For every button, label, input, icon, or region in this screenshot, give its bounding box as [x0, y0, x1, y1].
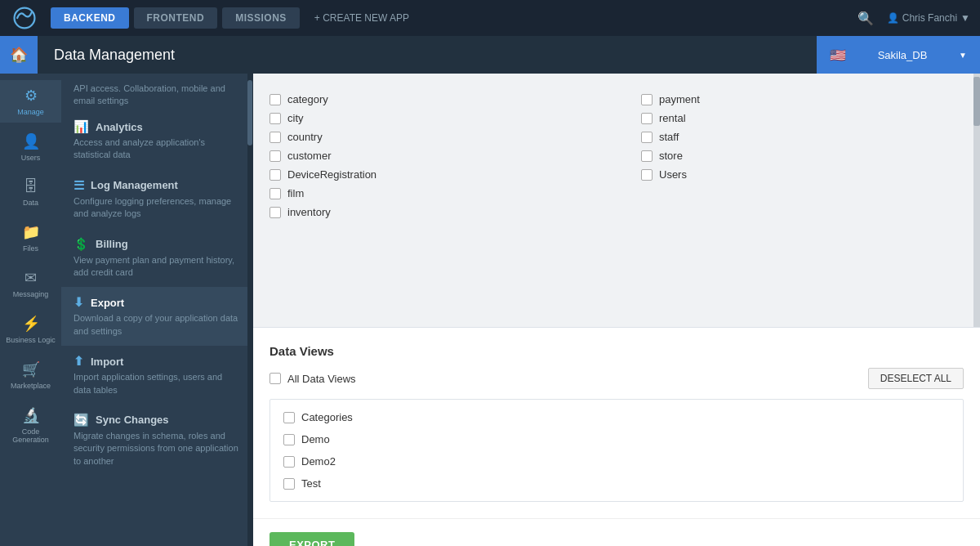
data-views-title: Data Views [270, 344, 964, 358]
nav-scrollbar-track[interactable] [247, 74, 252, 546]
table-checkbox-category[interactable] [270, 94, 281, 105]
table-checkbox-payment[interactable] [641, 94, 653, 105]
deselect-all-button[interactable]: DESELECT ALL [868, 368, 964, 389]
frontend-nav-button[interactable]: FRONTEND [134, 7, 218, 29]
dv-checkbox-demo2[interactable] [283, 456, 295, 468]
tables-section: category city country customer [253, 74, 980, 327]
table-checkbox-country[interactable] [270, 132, 281, 143]
sidebar-item-manage[interactable]: ⚙ Manage [0, 80, 61, 123]
table-row: film [270, 184, 592, 203]
sidebar-item-data[interactable]: 🗄 Data [0, 172, 61, 213]
db-flag-icon: 🇺🇸 [830, 47, 846, 63]
table-checkbox-rental[interactable] [641, 113, 653, 124]
table-checkbox-deviceregistration[interactable] [270, 169, 281, 181]
sync-changes-title: Sync Changes [96, 414, 169, 426]
table-row: payment [641, 90, 964, 109]
data-icon: 🗄 [24, 178, 38, 195]
export-footer: EXPORT [253, 518, 980, 546]
table-label-deviceregistration: DeviceRegistration [287, 168, 376, 181]
nav-section-import[interactable]: ⬆ Import Import application settings, us… [61, 346, 252, 405]
sidebar-label-users: Users [21, 154, 41, 162]
table-label-payment: payment [659, 93, 700, 105]
nav-section-export[interactable]: ⬇ Export Download a copy of your applica… [61, 287, 252, 346]
export-title: Export [91, 297, 124, 309]
business-logic-icon: ⚡ [22, 315, 40, 333]
list-item: Demo [283, 428, 950, 450]
db-selector[interactable]: 🇺🇸 Sakila_DB ▼ [817, 36, 980, 74]
table-row: staff [641, 128, 964, 146]
analytics-title: Analytics [96, 121, 143, 133]
all-data-views-checkbox[interactable] [270, 373, 281, 384]
sidebar-item-messaging[interactable]: ✉ Messaging [0, 262, 61, 305]
dv-label-demo2: Demo2 [301, 455, 336, 468]
table-label-category: category [287, 93, 328, 105]
missions-nav-button[interactable]: MISSIONS [222, 7, 300, 29]
data-views-section: Data Views All Data Views DESELECT ALL C… [253, 327, 980, 518]
table-checkbox-inventory[interactable] [270, 207, 281, 218]
tables-left-column: category city country customer [270, 90, 592, 222]
list-item: Demo2 [283, 450, 950, 472]
backend-nav-button[interactable]: BACKEND [51, 7, 129, 29]
nav-section-sync-changes[interactable]: 🔄 Sync Changes Migrate changes in schema… [61, 405, 252, 476]
sync-changes-icon: 🔄 [74, 413, 89, 427]
user-icon: 👤 [887, 12, 899, 24]
sidebar-item-users[interactable]: 👤 Users [0, 126, 61, 168]
export-icon: ⬇ [74, 295, 84, 310]
create-new-app-button[interactable]: + CREATE NEW APP [305, 7, 419, 29]
search-icon[interactable]: 🔍 [858, 11, 874, 26]
log-management-title: Log Management [91, 179, 178, 191]
dv-checkbox-categories[interactable] [283, 412, 295, 423]
table-row: rental [641, 109, 964, 128]
nav-section-billing[interactable]: 💲 Billing View payment plan and payment … [61, 229, 252, 288]
all-data-views-text: All Data Views [287, 373, 356, 385]
sidebar-item-code-generation[interactable]: 🔬 Code Generation [0, 400, 61, 450]
sidebar-label-manage: Manage [17, 108, 44, 116]
dv-checkbox-demo[interactable] [283, 434, 295, 445]
import-title: Import [91, 356, 123, 368]
nav-section-analytics[interactable]: 📊 Analytics Access and analyze applicati… [61, 111, 252, 170]
table-row: inventory [270, 203, 592, 222]
sidebar-item-business-logic[interactable]: ⚡ Business Logic [0, 308, 61, 351]
users-icon: 👤 [22, 132, 40, 150]
table-checkbox-users[interactable] [641, 169, 653, 181]
tables-right-column: payment rental staff store [641, 90, 964, 222]
table-checkbox-film[interactable] [270, 188, 281, 199]
sidebar-label-data: Data [23, 199, 38, 207]
nav-section-log-management[interactable]: ☰ Log Management Configure logging prefe… [61, 170, 252, 229]
sidebar-item-marketplace[interactable]: 🛒 Marketplace [0, 354, 61, 396]
data-views-header: All Data Views DESELECT ALL [270, 368, 964, 389]
sidebar-label-files: Files [23, 244, 38, 253]
content-scrollbar-track[interactable] [973, 74, 980, 327]
tables-grid: category city country customer [270, 90, 964, 222]
dv-label-test: Test [301, 477, 321, 490]
list-item: Categories [283, 406, 950, 428]
home-button[interactable]: 🏠 [0, 36, 38, 74]
content-area: category city country customer [253, 74, 980, 546]
user-caret-icon: ▼ [960, 12, 970, 24]
table-row: DeviceRegistration [270, 165, 592, 184]
db-caret-icon: ▼ [959, 51, 967, 60]
table-label-rental: rental [659, 112, 686, 124]
export-button[interactable]: EXPORT [270, 532, 354, 546]
data-views-list: Categories Demo Demo2 Test [270, 399, 964, 502]
content-scrollbar-thumb [973, 77, 980, 126]
table-checkbox-city[interactable] [270, 113, 281, 124]
table-label-store: store [659, 150, 683, 162]
table-checkbox-customer[interactable] [270, 150, 281, 162]
dv-label-demo: Demo [301, 433, 330, 445]
table-row: country [270, 128, 592, 146]
dv-checkbox-test[interactable] [283, 478, 295, 490]
table-checkbox-staff[interactable] [641, 132, 653, 143]
billing-desc: View payment plan and payment history, a… [74, 254, 240, 280]
table-checkbox-store[interactable] [641, 150, 653, 162]
top-nav: BACKEND FRONTEND MISSIONS + CREATE NEW A… [0, 0, 980, 36]
sidebar-item-files[interactable]: 📁 Files [0, 217, 61, 259]
user-menu[interactable]: 👤 Chris Fanchi ▼ [887, 12, 970, 24]
export-desc: Download a copy of your application data… [74, 312, 240, 338]
messaging-icon: ✉ [24, 269, 37, 287]
table-label-staff: staff [659, 131, 679, 143]
sidebar: ⚙ Manage 👤 Users 🗄 Data 📁 Files ✉ Messag… [0, 74, 61, 546]
import-icon: ⬆ [74, 354, 84, 369]
nav-scrollbar-thumb [247, 80, 252, 145]
page-title: Data Management [38, 47, 817, 64]
